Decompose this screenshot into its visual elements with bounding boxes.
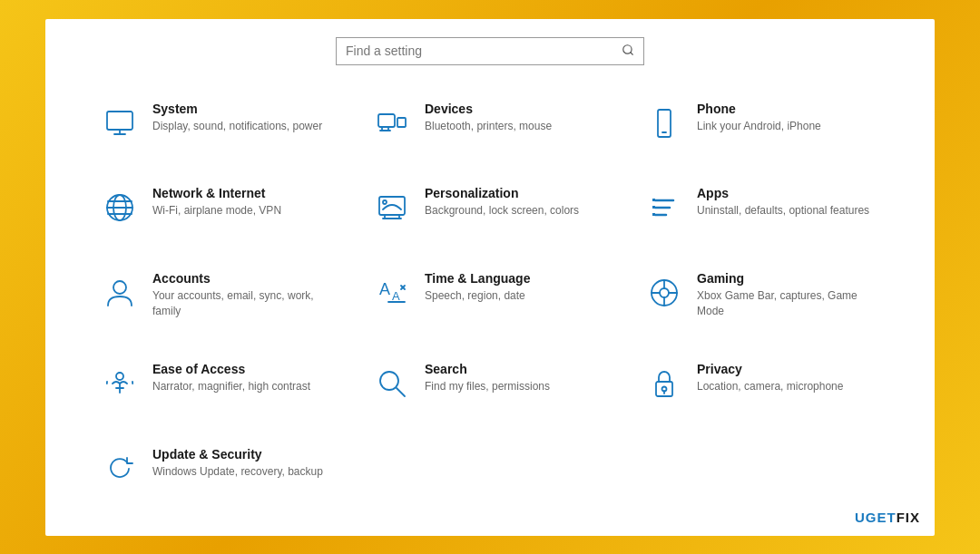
- gaming-icon: [644, 273, 684, 313]
- setting-accounts-title: Accounts: [152, 271, 334, 286]
- setting-personalization-text: Personalization Background, lock screen,…: [425, 186, 579, 219]
- setting-time-title: Time & Language: [425, 271, 530, 286]
- setting-gaming[interactable]: Gaming Xbox Game Bar, captures, Game Mod…: [626, 257, 898, 347]
- ease-icon: [100, 364, 140, 403]
- setting-privacy[interactable]: Privacy Location, camera, microphone: [626, 347, 898, 433]
- watermark-prefix: UGET: [855, 510, 897, 525]
- svg-rect-27: [652, 213, 655, 216]
- search-bar-container[interactable]: [336, 37, 644, 65]
- apps-icon: [644, 188, 684, 228]
- setting-time-text: Time & Language Speech, region, date: [425, 271, 530, 304]
- setting-search-desc: Find my files, permissions: [425, 379, 550, 394]
- watermark-suffix: FIX: [897, 510, 920, 525]
- svg-point-40: [116, 373, 123, 380]
- svg-point-35: [660, 288, 669, 297]
- setting-search[interactable]: Search Find my files, permissions: [354, 347, 626, 433]
- setting-apps-desc: Uninstall, defaults, optional features: [697, 203, 869, 219]
- search-icon: [622, 44, 634, 59]
- update-icon: [100, 449, 140, 489]
- setting-time[interactable]: A A Time & Language Speech, region, date: [354, 257, 626, 347]
- svg-rect-2: [107, 112, 132, 130]
- svg-rect-17: [379, 197, 405, 215]
- setting-privacy-desc: Location, camera, microphone: [697, 379, 843, 394]
- system-icon: [100, 103, 140, 143]
- setting-apps-title: Apps: [697, 186, 869, 200]
- personalization-icon: [372, 188, 412, 228]
- setting-network-text: Network & Internet Wi-Fi, airplane mode,…: [152, 186, 281, 219]
- svg-rect-26: [652, 206, 655, 209]
- setting-phone[interactable]: Phone Link your Android, iPhone: [626, 87, 898, 172]
- setting-gaming-title: Gaming: [697, 271, 878, 286]
- setting-accounts-text: Accounts Your accounts, email, sync, wor…: [152, 271, 334, 319]
- setting-system[interactable]: System Display, sound, notifications, po…: [82, 87, 354, 172]
- setting-system-text: System Display, sound, notifications, po…: [152, 102, 322, 134]
- setting-privacy-title: Privacy: [697, 362, 843, 376]
- setting-phone-text: Phone Link your Android, iPhone: [697, 102, 821, 134]
- search-input[interactable]: [346, 44, 622, 58]
- setting-devices-title: Devices: [425, 102, 552, 116]
- setting-system-title: System: [152, 102, 322, 116]
- setting-personalization[interactable]: Personalization Background, lock screen,…: [354, 171, 626, 257]
- svg-rect-25: [652, 199, 655, 201]
- setting-gaming-desc: Xbox Game Bar, captures, Game Mode: [697, 288, 878, 319]
- setting-apps[interactable]: Apps Uninstall, defaults, optional featu…: [626, 171, 898, 257]
- setting-apps-text: Apps Uninstall, defaults, optional featu…: [697, 186, 869, 219]
- setting-update-title: Update & Security: [152, 447, 323, 462]
- setting-update-text: Update & Security Windows Update, recove…: [152, 447, 323, 480]
- setting-personalization-title: Personalization: [425, 186, 579, 200]
- setting-search-title: Search: [425, 362, 550, 376]
- phone-icon: [644, 103, 684, 143]
- setting-personalization-desc: Background, lock screen, colors: [425, 203, 579, 219]
- settings-grid: System Display, sound, notifications, po…: [82, 87, 898, 518]
- network-icon: [100, 188, 140, 228]
- setting-accounts-desc: Your accounts, email, sync, work, family: [152, 288, 334, 319]
- accounts-icon: [100, 273, 140, 313]
- setting-network-title: Network & Internet: [152, 186, 281, 200]
- svg-line-44: [397, 388, 405, 396]
- setting-time-desc: Speech, region, date: [425, 288, 530, 304]
- setting-system-desc: Display, sound, notifications, power: [152, 119, 322, 134]
- setting-update-desc: Windows Update, recovery, backup: [152, 464, 323, 480]
- setting-ease[interactable]: Ease of Access Narrator, magnifier, high…: [82, 347, 354, 433]
- setting-devices-text: Devices Bluetooth, printers, mouse: [425, 102, 552, 134]
- svg-rect-6: [397, 118, 406, 127]
- watermark: UGETFIX: [855, 510, 920, 525]
- svg-point-28: [113, 281, 126, 294]
- setting-ease-title: Ease of Access: [152, 362, 310, 376]
- setting-update[interactable]: Update & Security Windows Update, recove…: [82, 433, 354, 518]
- svg-point-21: [383, 200, 387, 204]
- setting-network-desc: Wi-Fi, airplane mode, VPN: [152, 203, 281, 219]
- time-icon: A A: [372, 273, 412, 313]
- setting-accounts[interactable]: Accounts Your accounts, email, sync, wor…: [82, 257, 354, 347]
- svg-point-43: [380, 372, 398, 390]
- setting-search-text: Search Find my files, permissions: [425, 362, 550, 394]
- setting-phone-title: Phone: [697, 102, 821, 116]
- setting-gaming-text: Gaming Xbox Game Bar, captures, Game Mod…: [697, 271, 878, 319]
- svg-rect-5: [378, 114, 395, 127]
- setting-devices-desc: Bluetooth, printers, mouse: [425, 119, 552, 134]
- setting-devices[interactable]: Devices Bluetooth, printers, mouse: [354, 87, 626, 172]
- setting-ease-desc: Narrator, magnifier, high contrast: [152, 379, 310, 394]
- setting-phone-desc: Link your Android, iPhone: [697, 119, 821, 134]
- svg-text:A: A: [392, 289, 400, 303]
- search-setting-icon: [372, 364, 412, 403]
- privacy-icon: [644, 364, 684, 403]
- svg-text:A: A: [379, 280, 390, 298]
- setting-ease-text: Ease of Access Narrator, magnifier, high…: [152, 362, 310, 394]
- setting-privacy-text: Privacy Location, camera, microphone: [697, 362, 843, 394]
- svg-line-1: [631, 52, 633, 54]
- devices-icon: [372, 103, 412, 143]
- settings-window: System Display, sound, notifications, po…: [45, 19, 935, 536]
- setting-network[interactable]: Network & Internet Wi-Fi, airplane mode,…: [82, 171, 354, 257]
